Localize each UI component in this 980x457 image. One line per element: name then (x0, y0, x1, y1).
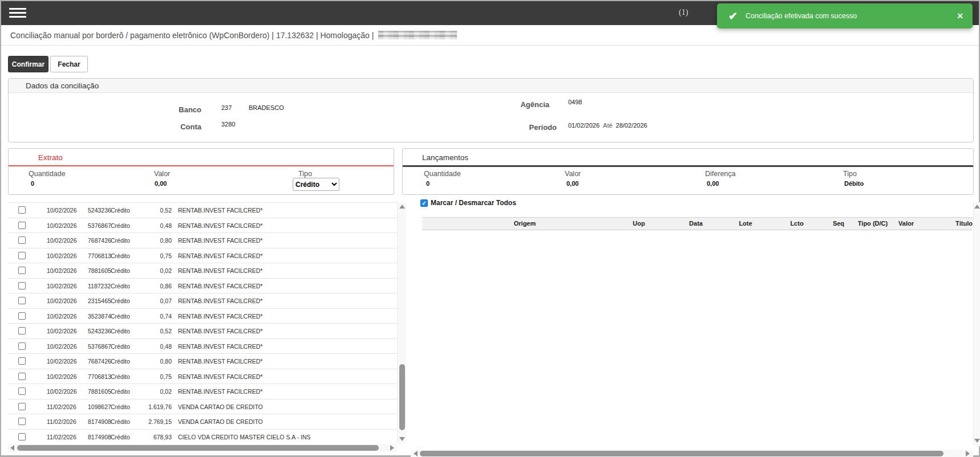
extrato-horizontal-scrollbar[interactable] (8, 444, 397, 452)
row-checkbox[interactable] (18, 433, 26, 440)
row-checkbox[interactable] (18, 236, 26, 244)
lancamentos-hscroll-thumb[interactable] (420, 451, 943, 456)
row-checkbox[interactable] (18, 373, 26, 380)
lancamentos-tipo-value: Débito (844, 180, 864, 187)
row-historico: RENTAB.INVEST FACILCRED* (178, 283, 262, 289)
lancamentos-tipo-label: Tipo (843, 170, 857, 178)
scroll-up-arrow[interactable] (399, 205, 405, 209)
extrato-underline (9, 165, 394, 166)
row-date: 10/02/2026 (47, 343, 77, 350)
row-valor: 2.769,15 (122, 418, 172, 425)
row-date: 10/02/2026 (47, 283, 77, 289)
row-checkbox[interactable] (18, 418, 26, 425)
row-valor: 0,48 (122, 222, 172, 229)
lancamentos-horizontal-scrollbar[interactable] (411, 450, 973, 457)
row-historico: RENTAB.INVEST FACILCRED* (178, 237, 262, 244)
row-checkbox[interactable] (18, 206, 26, 214)
banco-name: BRADESCO (249, 104, 284, 111)
row-document: 7881605 (88, 388, 111, 395)
dados-panel-title: Dados da conciliação (9, 79, 973, 93)
row-checkbox[interactable] (18, 282, 26, 289)
row-checkbox[interactable] (18, 327, 26, 334)
redacted-text (378, 31, 457, 39)
row-valor: 678,93 (122, 434, 172, 440)
lancamentos-vertical-scrollbar[interactable] (973, 202, 980, 446)
conta-label: Conta (144, 123, 201, 131)
row-historico: CIELO VDA CREDITO MASTER CIELO S.A - INS (178, 434, 311, 440)
row-date: 10/02/2026 (47, 222, 77, 229)
row-checkbox[interactable] (18, 357, 26, 365)
lancamentos-valor-value: 0,00 (566, 180, 578, 187)
confirm-button[interactable]: Confirmar (8, 56, 48, 72)
extrato-table-row: 10/02/2026 3523874 Crédito 0,74 RENTAB.I… (8, 309, 397, 324)
lancamentos-valor-label: Valor (565, 170, 581, 178)
extrato-vertical-scrollbar[interactable] (397, 202, 406, 444)
row-checkbox[interactable] (18, 297, 26, 304)
lancamentos-quantidade-label: Quantidade (424, 170, 461, 178)
scroll-up-arrow[interactable] (974, 205, 980, 209)
column-header-ttulo: Título (930, 220, 973, 227)
row-date: 10/02/2026 (47, 297, 77, 304)
extrato-table-row: 10/02/2026 7706813 Crédito 0,75 RENTAB.I… (8, 369, 397, 385)
row-checkbox[interactable] (18, 312, 26, 320)
agencia-value: 0498 (568, 99, 582, 105)
row-document: 5243236 (88, 207, 111, 214)
row-valor: 0,52 (122, 207, 172, 214)
row-valor: 0,52 (122, 328, 172, 334)
column-header-origem: Origem (491, 220, 559, 227)
row-date: 11/02/2026 (47, 434, 76, 440)
extrato-table-row: 11/02/2026 8174908 Crédito 678,93 CIELO … (8, 430, 397, 445)
scroll-down-arrow[interactable] (974, 439, 980, 443)
select-all-checkbox[interactable] (420, 199, 428, 207)
scroll-left-arrow[interactable] (10, 445, 14, 451)
extrato-valor-label: Valor (154, 170, 170, 178)
row-checkbox[interactable] (18, 342, 26, 350)
row-checkbox[interactable] (18, 403, 26, 410)
row-document: 7706813 (88, 373, 111, 380)
row-date: 10/02/2026 (47, 358, 77, 365)
row-document: 7687426 (88, 237, 111, 244)
row-historico: RENTAB.INVEST FACILCRED* (178, 373, 262, 380)
row-date: 10/02/2026 (47, 373, 77, 380)
periodo-ate-label: Até (600, 122, 616, 129)
row-checkbox[interactable] (18, 267, 26, 274)
scroll-down-arrow[interactable] (399, 437, 405, 441)
hamburger-menu-icon[interactable] (9, 8, 26, 19)
extrato-table-row: 11/02/2026 8174908 Crédito 2.769,15 VEND… (8, 414, 397, 430)
column-header-lcto: Lcto (771, 220, 823, 227)
scroll-right-arrow[interactable] (390, 445, 394, 451)
extrato-tipo-label: Tipo (298, 170, 312, 178)
close-icon[interactable]: ✕ (957, 11, 963, 21)
lancamentos-quantidade-value: 0 (426, 180, 430, 187)
scroll-right-arrow[interactable] (966, 451, 970, 456)
row-document: 3523874 (88, 313, 111, 320)
column-header-seq: Seq (823, 220, 855, 227)
extrato-quantidade-label: Quantidade (29, 170, 66, 178)
extrato-table: 10/02/2026 5243236 Crédito 0,52 RENTAB.I… (8, 202, 397, 444)
row-document: 8174908 (88, 434, 111, 440)
fechar-button[interactable]: Fechar (50, 56, 88, 72)
extrato-table-row: 10/02/2026 7687426 Crédito 0,80 RENTAB.I… (8, 233, 397, 248)
conta-value: 3280 (221, 121, 235, 128)
app-window: (1) ✔ Conciliação efetivada com sucesso … (0, 0, 980, 457)
row-checkbox[interactable] (18, 252, 26, 259)
row-checkbox[interactable] (18, 222, 26, 229)
extrato-vscroll-thumb[interactable] (399, 364, 405, 430)
tipo-select[interactable]: Crédito (293, 178, 339, 191)
row-historico: RENTAB.INVEST FACILCRED* (178, 358, 262, 365)
scroll-left-arrow[interactable] (414, 451, 418, 456)
extrato-hscroll-thumb[interactable] (17, 445, 379, 451)
row-document: 7687426 (88, 358, 111, 365)
notification-count[interactable]: (1) (679, 8, 688, 17)
row-historico: RENTAB.INVEST FACILCRED* (178, 252, 262, 259)
extrato-table-row: 10/02/2026 5376867 Crédito 0,48 RENTAB.I… (8, 218, 397, 234)
extrato-table-row: 10/02/2026 7881605 Crédito 0,02 RENTAB.I… (8, 384, 397, 399)
row-valor: 0,74 (122, 313, 172, 320)
banco-code: 237 (221, 104, 232, 111)
row-checkbox[interactable] (18, 387, 26, 395)
row-date: 10/02/2026 (47, 267, 77, 274)
row-date: 10/02/2026 (47, 207, 77, 214)
row-historico: RENTAB.INVEST FACILCRED* (178, 207, 262, 214)
row-historico: RENTAB.INVEST FACILCRED* (178, 297, 262, 304)
extrato-quantidade-value: 0 (31, 180, 34, 187)
